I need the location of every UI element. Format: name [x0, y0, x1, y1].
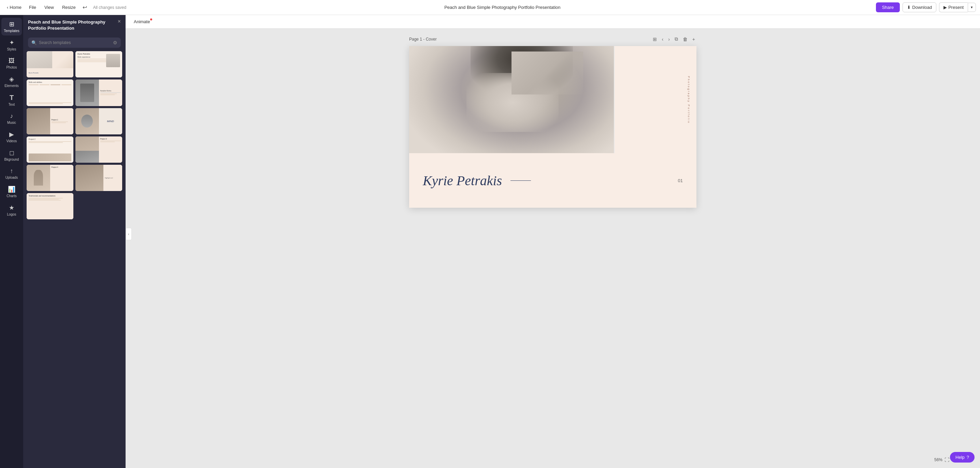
search-input[interactable]	[39, 40, 111, 45]
styles-icon: ✦	[9, 39, 14, 46]
template-thumb-skills[interactable]: Skills and abilities	[27, 79, 73, 106]
sidebar-label-elements: Elements	[5, 84, 19, 88]
topbar: ‹ Home File View Resize ↩ All changes sa…	[0, 0, 490, 15]
animate-button[interactable]: Animate	[131, 18, 153, 25]
face-shape	[466, 73, 490, 132]
panel-header: × Peach and Blue Simple Photography Port…	[23, 15, 126, 38]
slide-wrapper: Photography Portfolio Kyrie Petrakis 01	[409, 46, 490, 208]
view-menu[interactable]: View	[41, 3, 57, 12]
canvas-container: Page 1 - Cover ⊞ ‹ › ⧉ 🗑 +	[409, 35, 490, 234]
music-icon: ♪	[10, 113, 13, 120]
slide[interactable]: Photography Portfolio Kyrie Petrakis 01	[409, 46, 490, 208]
sidebar-label-videos: Videos	[6, 139, 17, 143]
sidebar-label-uploads: Uploads	[5, 176, 18, 179]
sidebar-item-music[interactable]: ♪ Music	[2, 110, 22, 127]
videos-icon: ▶	[9, 131, 14, 138]
sidebar-item-charts[interactable]: 📊 Charts	[2, 183, 22, 201]
autosave-status: All changes saved	[91, 5, 129, 10]
logos-icon: ★	[9, 204, 14, 211]
sidebar-label-styles: Styles	[7, 48, 16, 51]
sidebar-label-photos: Photos	[6, 65, 17, 69]
sidebar-item-styles[interactable]: ✦ Styles	[2, 36, 22, 54]
topbar-left: ‹ Home File View Resize ↩ All changes sa…	[0, 2, 133, 13]
template-grid: Kyrie Petrakis Kyrie Petrakis Work exper…	[23, 51, 126, 222]
canvas-scroll[interactable]: Page 1 - Cover ⊞ ‹ › ⧉ 🗑 +	[126, 29, 490, 234]
sidebar-item-templates[interactable]: ⊞ Templates	[2, 18, 22, 35]
panel-title: Peach and Blue Simple Photography Portfo…	[28, 19, 121, 32]
left-sidebar: ⊞ Templates ✦ Styles 🖼 Photos ◈ Elements…	[0, 15, 23, 234]
sidebar-item-background[interactable]: ◻ Bkground	[2, 146, 22, 164]
template-thumb-testimonials[interactable]: Testimonials and recommendations	[27, 193, 73, 219]
slide-photo	[409, 46, 490, 154]
hide-panel-button[interactable]: ‹	[126, 228, 132, 234]
sidebar-item-elements[interactable]: ◈ Elements	[2, 73, 22, 90]
sidebar-label-charts: Charts	[6, 194, 16, 198]
photos-icon: 🖼	[8, 57, 15, 65]
sidebar-label-text: Text	[8, 103, 15, 106]
charts-icon: 📊	[8, 186, 15, 193]
sidebar-item-videos[interactable]: ▶ Videos	[2, 128, 22, 146]
canvas-area: Animate Page 1 - Cover ⊞ ‹ › ⧉ 🗑 +	[126, 15, 490, 234]
template-thumb-project2[interactable]: Project 2	[27, 136, 73, 163]
undo-button[interactable]: ↩	[81, 2, 89, 13]
filter-button[interactable]: ⚙	[113, 40, 118, 45]
sidebar-label-templates: Templates	[4, 29, 19, 33]
sidebar-label-background: Bkground	[5, 158, 19, 161]
background-icon: ◻	[9, 149, 14, 157]
canvas-toolbar: Animate	[126, 15, 490, 29]
page-label-row: Page 1 - Cover ⊞ ‹ › ⧉ 🗑 +	[409, 35, 490, 43]
template-thumb-project3[interactable]: Project 3	[75, 136, 122, 163]
page-label-text: Page 1 - Cover	[409, 37, 437, 41]
sidebar-item-text[interactable]: T Text	[2, 91, 22, 109]
resize-menu[interactable]: Resize	[59, 3, 79, 12]
sidebar-label-logos: Logos	[7, 213, 16, 216]
file-menu[interactable]: File	[25, 3, 40, 12]
home-button[interactable]: ‹ Home	[4, 3, 24, 12]
document-title: Peach and Blue Simple Photography Portfo…	[133, 5, 490, 10]
template-thumb-mind[interactable]: MIND	[75, 108, 122, 135]
template-thumb-project1[interactable]: Project 1	[27, 108, 73, 135]
template-thumb-project4[interactable]: Project 4	[27, 165, 73, 191]
sidebar-item-photos[interactable]: 🖼 Photos	[2, 55, 22, 72]
uploads-icon: ↑	[10, 168, 13, 175]
sidebar-item-logos[interactable]: ★ Logos	[2, 201, 22, 219]
template-thumb-highlight[interactable]: Highlight reel	[75, 165, 122, 191]
panel-close-button[interactable]: ×	[118, 18, 121, 25]
template-thumb-cover[interactable]: Kyrie Petrakis	[27, 51, 73, 78]
sidebar-label-music: Music	[7, 121, 16, 124]
template-thumb-work[interactable]: Kyrie Petrakis Work experience	[75, 51, 122, 78]
back-icon: ‹	[7, 5, 8, 10]
search-icon: 🔍	[32, 40, 37, 45]
slide-name-text: Kyrie Petrakis	[423, 173, 490, 189]
slide-bottom-banner: Kyrie Petrakis 01	[409, 153, 490, 208]
animate-dot	[150, 18, 152, 21]
text-icon: T	[10, 94, 14, 102]
home-label: Home	[10, 5, 22, 10]
templates-icon: ⊞	[9, 21, 14, 28]
sidebar-item-uploads[interactable]: ↑ Uploads	[2, 165, 22, 182]
templates-panel: × Peach and Blue Simple Photography Port…	[23, 15, 126, 234]
animate-label: Animate	[134, 19, 150, 24]
elements-icon: ◈	[9, 75, 14, 83]
template-thumb-notable[interactable]: Notable Works	[75, 79, 122, 106]
search-bar: 🔍 ⚙	[28, 38, 121, 48]
